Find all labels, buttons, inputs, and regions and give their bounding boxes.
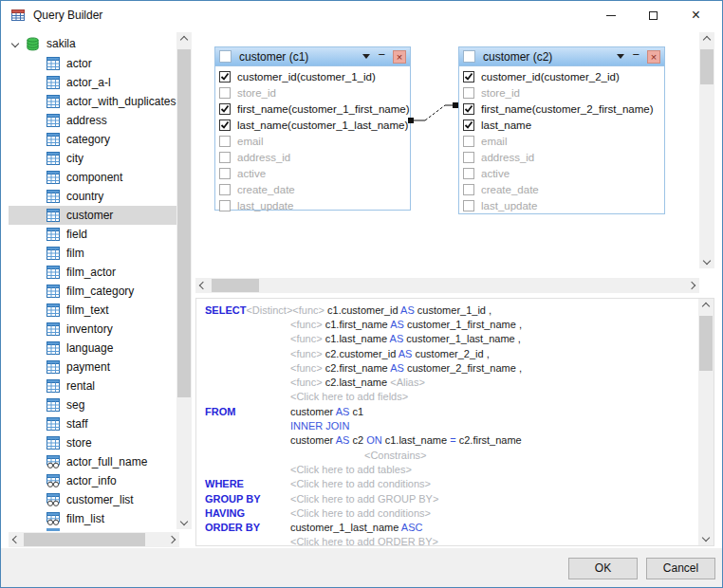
canvas-hscroll-thumb[interactable] (212, 279, 259, 292)
select-all-checkbox[interactable] (463, 50, 475, 63)
tree-item-film_actor[interactable]: film_actor (9, 263, 176, 282)
scroll-up-arrow-icon[interactable] (176, 32, 192, 47)
card-minimize-icon[interactable]: − (632, 50, 640, 60)
tree-item-film_category[interactable]: film_category (9, 282, 176, 301)
sql-clause-content[interactable]: <func> c2.customer_id AS customer_2_id , (290, 348, 695, 359)
scroll-left-arrow-icon[interactable] (195, 278, 211, 293)
field-row-first_name[interactable]: first_name(customer_2_first_name) (459, 101, 664, 117)
expander-chevron-icon[interactable] (11, 40, 19, 47)
field-row-address_id[interactable]: address_id (459, 149, 664, 165)
sql-clause-content[interactable]: <Click here to add conditions> (290, 507, 695, 519)
field-row-customer_id[interactable]: customer_id(customer_1_id) (215, 68, 410, 84)
field-row-create_date[interactable]: create_date (459, 181, 664, 197)
table-card-customer-c1[interactable]: customer (c1) − × customer_id(customer_1… (214, 46, 411, 211)
sql-vertical-scrollbar[interactable] (698, 299, 714, 545)
sql-line[interactable]: customer AS c2 ON c1.last_name = c2.firs… (200, 433, 695, 448)
sql-clause-content[interactable]: <Click here to add tables> (290, 464, 695, 475)
tree-item-staff[interactable]: staff (9, 414, 176, 433)
tree-item-actor_a-l[interactable]: actor_a-l (9, 73, 176, 92)
scroll-down-arrow-icon[interactable] (176, 514, 192, 529)
sql-clause-content[interactable]: <Click here to add conditions> (290, 478, 695, 489)
sql-line[interactable]: <func> c1.last_name AS customer_1_last_n… (200, 332, 695, 346)
sql-line[interactable]: <func> c1.first_name AS customer_1_first… (200, 317, 695, 331)
tree-item-category[interactable]: category (9, 130, 176, 149)
unchecked-checkbox[interactable] (463, 200, 474, 211)
card-close-icon[interactable]: × (647, 50, 660, 64)
canvas-horizontal-scrollbar[interactable] (195, 278, 699, 293)
scroll-down-arrow-icon[interactable] (699, 253, 714, 268)
unchecked-checkbox[interactable] (463, 184, 474, 195)
tree-vscroll-thumb[interactable] (177, 49, 191, 397)
field-row-store_id[interactable]: store_id (459, 84, 664, 101)
tree-item-field[interactable]: field (9, 225, 176, 244)
unchecked-checkbox[interactable] (219, 184, 231, 195)
maximize-button[interactable] (632, 1, 675, 29)
scroll-right-arrow-icon[interactable] (684, 278, 699, 293)
field-row-active[interactable]: active (459, 165, 664, 181)
scroll-left-arrow-icon[interactable] (9, 532, 24, 547)
sql-clause-content[interactable]: <func> c2.first_name AS customer_2_first… (290, 362, 695, 374)
card-header[interactable]: customer (c1) − × (215, 47, 410, 66)
sql-line[interactable]: INNER JOIN (200, 418, 695, 432)
checked-checkbox[interactable] (219, 71, 231, 83)
sql-line[interactable]: <Click here to add fields> (200, 390, 695, 404)
tree-item-city[interactable]: city (9, 149, 176, 168)
field-row-last_update[interactable]: last_update (215, 197, 410, 213)
scroll-up-arrow-icon[interactable] (698, 299, 714, 314)
canvas-vscroll-thumb[interactable] (700, 49, 714, 84)
tree-item-film[interactable]: film (9, 244, 176, 263)
sql-line-group-by[interactable]: GROUP BY<Click here to add GROUP BY> (200, 491, 695, 505)
tree-item-actor_full_name[interactable]: actor_full_name (9, 452, 176, 471)
sql-clause-content[interactable]: <Click here to add GROUP BY> (290, 493, 695, 505)
tree-hscroll-thumb[interactable] (24, 533, 145, 546)
sql-clause-content[interactable]: <Constrains> (290, 450, 695, 461)
sql-clause-content[interactable]: <Click here to add ORDER BY> (290, 536, 695, 547)
sql-clause-content[interactable]: customer_1_last_name ASC (290, 522, 695, 533)
sql-line[interactable]: <Click here to add tables> (200, 462, 695, 476)
tree-item-film_list[interactable]: film_list (9, 509, 176, 528)
sql-tag[interactable]: <Distinct> (246, 304, 292, 316)
sql-vscroll-thumb[interactable] (699, 316, 713, 371)
card-menu-icon[interactable] (362, 54, 370, 59)
unchecked-checkbox[interactable] (463, 87, 474, 99)
tree-item-customer_list[interactable]: customer_list (9, 490, 176, 509)
sql-clause-content[interactable]: <func> c1.last_name AS customer_1_last_n… (290, 333, 695, 344)
card-minimize-icon[interactable]: − (378, 50, 385, 60)
scroll-up-arrow-icon[interactable] (699, 32, 714, 47)
tree-item-seg[interactable]: seg (9, 395, 176, 414)
card-close-icon[interactable]: × (393, 50, 406, 64)
sql-line[interactable]: <func> c2.customer_id AS customer_2_id , (200, 346, 695, 360)
sql-line-from[interactable]: FROMcustomer AS c1 (200, 404, 695, 418)
sql-line-where[interactable]: WHERE<Click here to add conditions> (200, 477, 695, 491)
tree-item-film_text[interactable]: film_text (9, 301, 176, 320)
tree-item-inventory[interactable]: inventory (9, 320, 176, 339)
sql-clause-content[interactable]: <func> c1.first_name AS customer_1_first… (290, 319, 695, 330)
cancel-button[interactable]: Cancel (646, 558, 715, 579)
field-row-create_date[interactable]: create_date (215, 181, 410, 197)
tree-item-address[interactable]: address (9, 111, 176, 130)
sql-line[interactable]: <Constrains> (200, 448, 695, 462)
minimize-button[interactable] (589, 1, 632, 29)
field-row-active[interactable]: active (215, 165, 410, 181)
checked-checkbox[interactable] (219, 103, 231, 115)
checked-checkbox[interactable] (463, 103, 474, 115)
unchecked-checkbox[interactable] (219, 200, 231, 211)
field-row-last_update[interactable]: last_update (459, 197, 664, 213)
unchecked-checkbox[interactable] (463, 152, 474, 163)
field-row-first_name[interactable]: first_name(customer_1_first_name) (215, 101, 410, 117)
sql-clause-content[interactable]: <func> c1.customer_id AS customer_1_id , (292, 304, 695, 316)
sql-clause-content[interactable]: customer AS c2 ON c1.last_name = c2.firs… (290, 434, 695, 446)
tree-vertical-scrollbar[interactable] (176, 32, 192, 529)
checked-checkbox[interactable] (463, 119, 474, 131)
unchecked-checkbox[interactable] (463, 136, 474, 147)
field-row-email[interactable]: email (215, 133, 410, 149)
tree-item-language[interactable]: language (9, 339, 176, 358)
sql-line-order-by[interactable]: ORDER BYcustomer_1_last_name ASC (200, 520, 695, 534)
field-row-store_id[interactable]: store_id (215, 84, 410, 101)
field-row-customer_id[interactable]: customer_id(customer_2_id) (459, 68, 664, 84)
sql-line-having[interactable]: HAVING<Click here to add conditions> (200, 505, 695, 520)
unchecked-checkbox[interactable] (219, 87, 231, 99)
close-button[interactable]: × (675, 1, 717, 29)
tree-item-actor_info[interactable]: actor_info (9, 471, 176, 490)
tree-item-customer[interactable]: customer (9, 206, 176, 225)
